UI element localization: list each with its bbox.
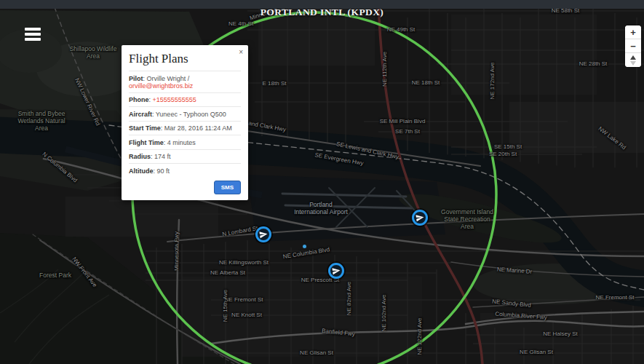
zoom-in-button[interactable]: +	[625, 25, 641, 39]
hamburger-icon	[25, 28, 41, 31]
flight-plan-field: Aircraft: Yuneec - Typhoon Q500	[129, 106, 241, 121]
field-label: Flight Time	[129, 139, 164, 146]
map-canvas[interactable]: Shillapoo Wildlife AreaSmith and Bybee W…	[0, 0, 644, 364]
flight-marker[interactable]	[328, 263, 344, 279]
field-label: Altitude	[129, 167, 154, 175]
flight-plan-field: Flight Time: 4 minutes	[129, 135, 241, 149]
compass-icon	[629, 55, 637, 66]
popup-title: Flight Plans	[129, 52, 241, 66]
compass-button[interactable]	[625, 53, 641, 67]
flight-marker[interactable]	[255, 226, 271, 242]
sms-button[interactable]: SMS	[214, 181, 241, 194]
hamburger-icon	[25, 33, 41, 36]
field-link[interactable]: orville@wrightbros.biz	[129, 82, 193, 90]
flight-plan-field: Radius: 174 ft	[129, 149, 241, 164]
flight-marker[interactable]	[412, 210, 428, 226]
close-icon[interactable]: ×	[239, 49, 243, 56]
field-label: Aircraft	[129, 111, 152, 118]
field-label: Pilot	[129, 75, 143, 82]
field-label: Radius	[129, 153, 151, 160]
flight-plan-field: Altitude: 90 ft	[129, 163, 241, 178]
zoom-out-button[interactable]: −	[625, 39, 641, 53]
map-zoom-controls: + −	[625, 25, 641, 67]
flight-radius-layer	[0, 0, 644, 364]
flight-plan-field: Start Time: Mar 28, 2016 11:24 AM	[129, 121, 241, 135]
hamburger-icon	[25, 38, 41, 41]
flight-plan-field: Phone: +15555555555	[129, 92, 241, 107]
field-link[interactable]: +15555555555	[153, 96, 196, 103]
flight-plan-popup: Flight Plans × Pilot: Orville Wright / o…	[122, 45, 248, 200]
field-label: Phone	[129, 96, 149, 103]
paper-plane-icon	[331, 266, 341, 276]
paper-plane-icon	[258, 229, 269, 240]
menu-button[interactable]	[25, 28, 42, 42]
flight-plan-field: Pilot: Orville Wright / orville@wrightbr…	[129, 71, 241, 92]
field-label: Start Time	[129, 124, 161, 132]
airport-title: PORTLAND INTL (KPDX)	[0, 7, 644, 18]
popup-fields: Pilot: Orville Wright / orville@wrightbr…	[129, 71, 241, 178]
paper-plane-icon	[415, 213, 425, 223]
